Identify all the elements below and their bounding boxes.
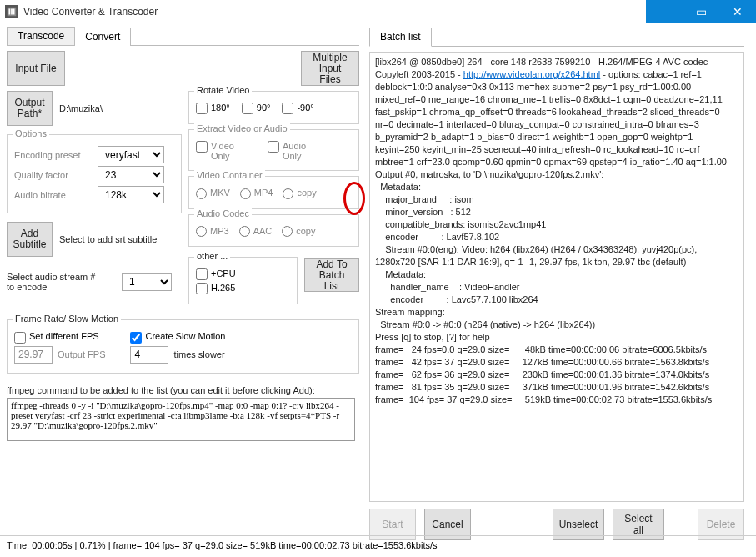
h265-check[interactable]: H.265: [196, 283, 235, 294]
tab-transcode[interactable]: Transcode: [7, 27, 75, 45]
audio-stream-label: Select audio stream # to encode: [7, 272, 115, 292]
app-icon: [5, 5, 18, 18]
quality-label: Quality factor: [14, 170, 98, 180]
slowmo-unit: times slower: [173, 349, 224, 359]
status-bar: Time: 00:00:05s | 0.71% | frame= 104 fps…: [0, 535, 756, 557]
audio-only-check[interactable]: [268, 141, 279, 153]
slowmo-value[interactable]: [130, 346, 168, 364]
rotate-90-check[interactable]: [242, 103, 253, 114]
options-legend: Options: [13, 128, 49, 138]
encoding-preset-select[interactable]: veryfast: [98, 146, 164, 163]
log-output[interactable]: [libx264 @ 0850dbe0] 264 - core 148 r263…: [369, 52, 744, 502]
acodec-group: Audio Codec MP3 AAC copy: [188, 214, 359, 248]
left-tabs: Transcode Convert: [7, 27, 359, 46]
fps-group: Frame Rate/ Slow Motion Set different FP…: [7, 319, 359, 373]
output-path-display: D:\muzika\: [59, 103, 103, 113]
fps-legend: Frame Rate/ Slow Motion: [13, 314, 121, 324]
mp3-radio[interactable]: MP3: [196, 226, 229, 238]
right-tabs: Batch list: [369, 27, 744, 47]
video-only-check[interactable]: [196, 141, 208, 153]
vcontainer-group: Video Container MKV MP4 copy: [188, 176, 359, 209]
audio-only[interactable]: Audio Only: [268, 141, 306, 161]
tab-batchlist[interactable]: Batch list: [369, 28, 432, 47]
output-path-button[interactable]: Output Path*: [7, 91, 53, 126]
audio-stream-select[interactable]: 1: [122, 273, 172, 291]
window-title: Video Converter & Transcoder: [23, 6, 158, 18]
acodec-legend: Audio Codec: [194, 208, 252, 218]
other-legend: other ...: [194, 251, 230, 261]
status-text: Time: 00:00:05s | 0.71% | frame= 104 fps…: [7, 540, 438, 550]
rotate-group: Rotate Video 180° 90° -90°: [188, 91, 359, 124]
audio-bitrate-label: Audio bitrate: [14, 190, 98, 200]
options-group: Options Encoding preset veryfast Quality…: [7, 134, 182, 213]
tab-convert[interactable]: Convert: [74, 28, 131, 46]
vcontainer-legend: Video Container: [194, 170, 265, 180]
extract-legend: Extract Video or Audio: [194, 123, 290, 133]
audio-bitrate-select[interactable]: 128k: [98, 186, 164, 203]
encoding-preset-label: Encoding preset: [14, 150, 98, 160]
aac-radio[interactable]: AAC: [239, 226, 273, 238]
x264-link[interactable]: http://www.videolan.org/x264.html: [463, 69, 600, 79]
extract-group: Extract Video or Audio Video Only Audio …: [188, 129, 359, 171]
fps-value: [14, 346, 53, 364]
rotate-180[interactable]: 180°: [196, 103, 230, 114]
mp4-radio[interactable]: MP4: [240, 188, 273, 199]
titlebar: Video Converter & Transcoder — ▭ ✕: [0, 0, 756, 23]
add-to-batch-button[interactable]: Add To Batch List: [304, 258, 359, 292]
add-subtitle-button[interactable]: Add Subtitle: [7, 222, 53, 257]
close-button[interactable]: ✕: [719, 0, 756, 23]
multi-input-button[interactable]: Multiple Input Files: [301, 51, 359, 86]
subtitle-hint: Select to add srt subtitle: [59, 234, 157, 244]
cmd-textarea[interactable]: [7, 398, 355, 441]
quality-select[interactable]: 23: [98, 166, 164, 183]
rotate-90[interactable]: 90°: [242, 103, 271, 114]
set-diff-fps[interactable]: Set different FPS: [14, 331, 99, 343]
minimize-button[interactable]: —: [646, 0, 683, 23]
other-group: other ... +CPU H.265: [188, 257, 298, 304]
slowmo-check[interactable]: Create Slow Motion: [130, 331, 225, 343]
svg-rect-3: [13, 8, 15, 14]
svg-rect-2: [11, 8, 13, 14]
video-only[interactable]: Video Only: [196, 141, 234, 161]
mkv-radio[interactable]: MKV: [196, 188, 230, 199]
rotate-180-check[interactable]: [196, 103, 208, 114]
fps-unit: Output FPS: [58, 349, 105, 359]
rotate-neg90[interactable]: -90°: [282, 103, 313, 114]
maximize-button[interactable]: ▭: [683, 0, 719, 23]
input-file-button[interactable]: Input File: [7, 51, 65, 86]
cpu-check[interactable]: +CPU: [196, 268, 236, 280]
rotate-legend: Rotate Video: [194, 85, 252, 95]
svg-rect-1: [9, 8, 11, 14]
acopy-radio[interactable]: copy: [282, 226, 315, 238]
cmd-label: ffmpeg command to be added to the list (…: [7, 385, 359, 395]
rotate-neg90-check[interactable]: [282, 103, 293, 114]
vcopy-radio[interactable]: copy: [283, 188, 316, 199]
window-buttons: — ▭ ✕: [646, 0, 756, 23]
